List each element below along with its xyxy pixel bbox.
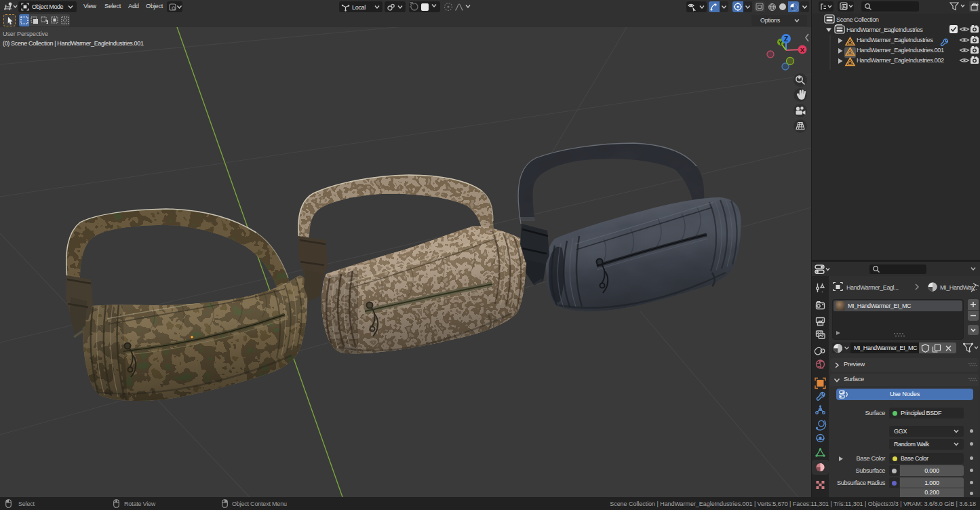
- svg-text:HandWarmer_EagleIndustries: HandWarmer_EagleIndustries: [857, 37, 933, 43]
- svg-text:Z: Z: [784, 35, 788, 43]
- svg-text:Scene Collection: Scene Collection: [836, 16, 879, 23]
- svg-text:HandWarmer_EagleIndustries: HandWarmer_EagleIndustries: [846, 26, 923, 33]
- svg-text:MI_HandWar...: MI_HandWar...: [940, 284, 977, 291]
- svg-text:X: X: [800, 46, 805, 54]
- svg-text:HandWarmer_EagleIndustries.001: HandWarmer_EagleIndustries.001: [857, 47, 944, 54]
- svg-text:HandWarmer_EagleIndustries.002: HandWarmer_EagleIndustries.002: [857, 57, 944, 64]
- svg-text:HandWarmer_Eagl...: HandWarmer_Eagl...: [846, 284, 899, 291]
